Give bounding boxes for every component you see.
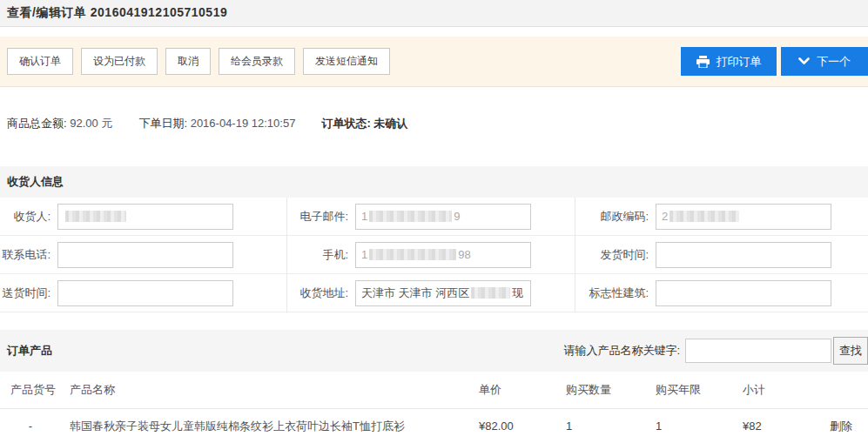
product-search-input[interactable]: [685, 339, 831, 363]
product-name: 韩国春秋亲子装母女儿童韩版纯棉条纹衫上衣荷叶边长袖T恤打底衫: [61, 419, 479, 434]
print-order-label: 打印订单: [717, 54, 762, 70]
order-date-label: 下单日期:: [138, 117, 187, 130]
redacted-text-block: [670, 211, 739, 222]
header-subtotal: 小计: [743, 382, 817, 398]
toolbar-right-group: 打印订单 下一个: [681, 47, 868, 76]
field-mobile: 手机: 198: [287, 236, 575, 274]
delivery-time-input[interactable]: [57, 280, 233, 306]
field-tel-label: 联系电话:: [0, 247, 50, 263]
tel-input[interactable]: [57, 242, 233, 268]
redacted-text-block: [471, 287, 510, 299]
header-name: 产品名称: [61, 382, 479, 398]
product-price: ¥82.00: [479, 420, 566, 433]
field-email-label: 电子邮件:: [287, 209, 348, 225]
order-total: 商品总金额: 92.00 元: [7, 116, 112, 131]
order-date-value: 2016-04-19 12:10:57: [191, 117, 296, 130]
header-sku: 产品货号: [0, 382, 61, 398]
consignee-input[interactable]: [57, 204, 233, 230]
field-delivery-time: 送货时间:: [0, 274, 287, 312]
field-consignee: 收货人:: [0, 198, 287, 236]
print-order-button[interactable]: 打印订单: [681, 47, 777, 76]
redacted-text-block: [65, 211, 126, 222]
field-landmark-label: 标志性建筑:: [575, 285, 649, 301]
ship-time-input[interactable]: [656, 242, 831, 268]
product-years: 1: [656, 420, 743, 433]
header-qty: 购买数量: [566, 382, 656, 398]
set-paid-button[interactable]: 设为已付款: [81, 48, 158, 75]
products-section-header: 订单产品 请输入产品名称关键字: 查找: [0, 330, 868, 372]
order-status-label: 订单状态:: [321, 117, 370, 130]
chevron-down-icon: [798, 57, 810, 65]
products-section-title: 订单产品: [7, 343, 52, 359]
page-title: 查看/编辑订单 2016041912105710519: [7, 5, 227, 21]
field-text: 1: [361, 210, 367, 223]
record-payment-button[interactable]: 给会员录款: [219, 48, 295, 75]
field-consignee-label: 收货人:: [0, 209, 50, 225]
field-zipcode: 邮政编码: 2: [575, 198, 868, 236]
field-tel: 联系电话:: [0, 236, 287, 274]
next-order-button[interactable]: 下一个: [781, 47, 868, 76]
order-total-value: 92.00 元: [70, 117, 112, 130]
product-table-row: - 韩国春秋亲子装母女儿童韩版纯棉条纹衫上衣荷叶边长袖T恤打底衫 ¥82.00 …: [0, 409, 868, 443]
field-mobile-label: 手机:: [287, 247, 348, 263]
landmark-input[interactable]: [656, 280, 831, 306]
field-ship-time-label: 发货时间:: [575, 247, 649, 263]
toolbar: 确认订单 设为已付款 取消 给会员录款 发送短信通知 打印订单 下一个: [0, 37, 868, 87]
header-years: 购买年限: [656, 382, 743, 398]
product-search-group: 请输入产品名称关键字: 查找: [563, 337, 868, 365]
product-qty: 1: [566, 420, 656, 433]
order-status-value: 未确认: [373, 117, 407, 130]
field-text: 2: [662, 210, 668, 223]
product-subtotal: ¥82: [743, 420, 817, 433]
field-text: 98: [458, 248, 470, 261]
next-order-label: 下一个: [817, 54, 851, 70]
order-summary-line: 商品总金额: 92.00 元 下单日期: 2016-04-19 12:10:57…: [0, 87, 868, 131]
printer-icon: [696, 56, 710, 68]
field-email: 电子邮件: 19: [287, 198, 575, 236]
order-status: 订单状态: 未确认: [321, 116, 407, 131]
consignee-section-title: 收货人信息: [7, 174, 64, 190]
confirm-order-button[interactable]: 确认订单: [7, 48, 73, 75]
send-sms-button[interactable]: 发送短信通知: [303, 48, 390, 75]
zipcode-input[interactable]: 2: [656, 204, 831, 230]
redacted-text-block: [369, 249, 456, 260]
field-landmark: 标志性建筑:: [575, 274, 868, 312]
order-date: 下单日期: 2016-04-19 12:10:57: [138, 116, 295, 131]
address-input[interactable]: 天津市 天津市 河西区现: [355, 280, 531, 306]
title-bar: 查看/编辑订单 2016041912105710519: [0, 0, 868, 27]
products-table-header: 产品货号 产品名称 单价 购买数量 购买年限 小计: [0, 372, 868, 409]
order-edit-page: 查看/编辑订单 2016041912105710519 确认订单 设为已付款 取…: [0, 0, 868, 443]
field-address-label: 收货地址:: [287, 285, 348, 301]
cancel-button[interactable]: 取消: [165, 48, 211, 75]
product-sku: -: [0, 420, 61, 433]
delete-product-link[interactable]: 删除: [830, 420, 852, 433]
consignee-section-header: 收货人信息: [0, 166, 868, 198]
redacted-text-block: [369, 211, 452, 222]
consignee-form: 收货人: 电子邮件: 19 邮政编码: 2 联系电话: 手机: 198 发货时间…: [0, 198, 868, 312]
email-input[interactable]: 19: [355, 204, 531, 230]
field-text: 现: [512, 285, 523, 301]
field-address: 收货地址: 天津市 天津市 河西区现: [287, 274, 575, 312]
field-text: 9: [454, 210, 460, 223]
field-zipcode-label: 邮政编码:: [575, 209, 649, 225]
field-ship-time: 发货时间:: [575, 236, 868, 274]
product-search-button[interactable]: 查找: [833, 337, 868, 365]
mobile-input[interactable]: 198: [355, 242, 531, 268]
product-search-label: 请输入产品名称关键字:: [563, 343, 680, 359]
order-total-label: 商品总金额:: [7, 117, 67, 130]
field-text: 1: [361, 248, 367, 261]
field-text: 天津市 天津市 河西区: [361, 285, 469, 301]
field-delivery-time-label: 送货时间:: [0, 285, 50, 301]
header-price: 单价: [479, 382, 566, 398]
